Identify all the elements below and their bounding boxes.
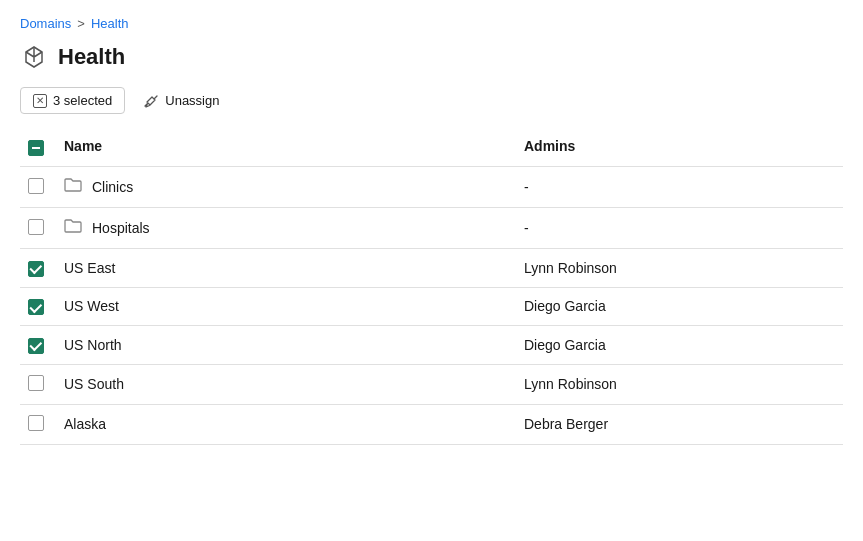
selected-button[interactable]: ✕ 3 selected: [20, 87, 125, 114]
row-name: Clinics: [92, 179, 133, 195]
breadcrumb-separator: >: [77, 16, 85, 31]
row-name: US North: [64, 337, 122, 353]
row-name: US East: [64, 260, 115, 276]
row-checkbox[interactable]: [28, 178, 44, 194]
row-checkbox[interactable]: [28, 338, 44, 354]
unassign-icon: [143, 93, 159, 109]
row-admins: Diego Garcia: [516, 326, 843, 365]
selected-label: 3 selected: [53, 93, 112, 108]
toolbar: ✕ 3 selected Unassign: [20, 87, 843, 114]
row-admins: -: [516, 167, 843, 208]
header-check[interactable]: [20, 126, 56, 167]
table-row: US EastLynn Robinson: [20, 249, 843, 288]
page-header: Health: [20, 43, 843, 71]
row-checkbox[interactable]: [28, 219, 44, 235]
table-row: AlaskaDebra Berger: [20, 404, 843, 444]
breadcrumb: Domains > Health: [20, 16, 843, 31]
header-admins: Admins: [516, 126, 843, 167]
row-admins: -: [516, 208, 843, 249]
domain-icon: [20, 43, 48, 71]
row-name: Hospitals: [92, 220, 150, 236]
table-row: US SouthLynn Robinson: [20, 364, 843, 404]
header-name: Name: [56, 126, 516, 167]
row-name: Alaska: [64, 416, 106, 432]
table-row: Hospitals-: [20, 208, 843, 249]
row-checkbox[interactable]: [28, 375, 44, 391]
row-admins: Lynn Robinson: [516, 249, 843, 288]
row-checkbox[interactable]: [28, 299, 44, 315]
clear-selection-icon: ✕: [33, 94, 47, 108]
select-all-checkbox[interactable]: [28, 140, 44, 156]
unassign-button[interactable]: Unassign: [135, 88, 227, 114]
row-name: US South: [64, 376, 124, 392]
table-row: US WestDiego Garcia: [20, 287, 843, 326]
folder-icon: [64, 177, 82, 197]
row-admins: Lynn Robinson: [516, 364, 843, 404]
unassign-label: Unassign: [165, 93, 219, 108]
row-admins: Debra Berger: [516, 404, 843, 444]
page-title: Health: [58, 44, 125, 70]
domains-table: Name Admins Clinics- Hospitals-US EastLy…: [20, 126, 843, 445]
row-admins: Diego Garcia: [516, 287, 843, 326]
row-checkbox[interactable]: [28, 261, 44, 277]
table-row: Clinics-: [20, 167, 843, 208]
row-checkbox[interactable]: [28, 415, 44, 431]
row-name: US West: [64, 298, 119, 314]
folder-icon: [64, 218, 82, 238]
table-row: US NorthDiego Garcia: [20, 326, 843, 365]
breadcrumb-parent[interactable]: Domains: [20, 16, 71, 31]
table-header-row: Name Admins: [20, 126, 843, 167]
breadcrumb-current[interactable]: Health: [91, 16, 129, 31]
